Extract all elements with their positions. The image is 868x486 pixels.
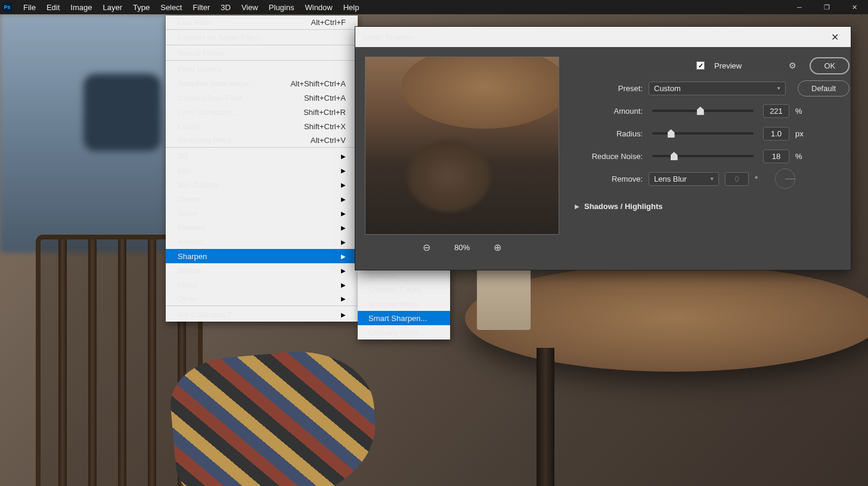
- menu-plugins[interactable]: Plugins: [264, 1, 300, 14]
- shadows-highlights-expand[interactable]: ▶ Shadows / Highlights: [575, 202, 850, 211]
- radius-slider[interactable]: [652, 132, 754, 135]
- maximize-button[interactable]: ❐: [813, 0, 841, 14]
- amount-label: Amount:: [571, 107, 643, 116]
- menu-convert-smart[interactable]: Convert for Smart Filters: [166, 31, 358, 45]
- menu-image[interactable]: Image: [65, 1, 97, 14]
- bg-scarf: [167, 345, 382, 486]
- menu-view[interactable]: View: [236, 1, 264, 14]
- radius-label: Radius:: [571, 129, 643, 138]
- submenu-unsharp-mask[interactable]: Unsharp Mask...: [358, 325, 450, 339]
- minimize-button[interactable]: ─: [786, 0, 813, 14]
- bg-table-leg: [537, 348, 554, 486]
- preview-image[interactable]: [365, 57, 559, 235]
- menu-cat-blur-gallery[interactable]: Blur Gallery▶: [166, 177, 358, 192]
- menu-cat-noise[interactable]: Noise▶: [166, 206, 358, 220]
- amount-input[interactable]: 221: [763, 104, 789, 118]
- gear-icon[interactable]: ⚙: [789, 61, 796, 70]
- menu-layer[interactable]: Layer: [98, 1, 128, 14]
- smart-sharpen-dialog: Smart Sharpen ✕ ⊖ 80% ⊕ ✓ Preview ⚙ OK: [355, 26, 851, 270]
- menu-help[interactable]: Help: [338, 1, 365, 14]
- remove-label: Remove:: [571, 175, 643, 183]
- noise-input[interactable]: 18: [763, 149, 789, 163]
- menu-lens-correction[interactable]: Lens Correction...Shift+Ctrl+R: [166, 105, 358, 119]
- submenu-sharpen-more[interactable]: Sharpen More: [358, 297, 450, 311]
- noise-label: Reduce Noise:: [571, 152, 643, 161]
- menu-adaptive-wide-angle[interactable]: Adaptive Wide Angle...Alt+Shift+Ctrl+A: [166, 76, 358, 91]
- preview-label: Preview: [714, 61, 742, 70]
- menu-window[interactable]: Window: [299, 1, 337, 14]
- sharpen-submenu: Sharpen Sharpen Edges Sharpen More Smart…: [358, 268, 450, 339]
- preview-pane: ⊖ 80% ⊕: [365, 57, 559, 260]
- amount-slider[interactable]: [652, 110, 754, 112]
- menubar: Ps File Edit Image Layer Type Select Fil…: [0, 0, 868, 14]
- submenu-sharpen-edges[interactable]: Sharpen Edges: [358, 282, 450, 297]
- menu-cat-3d[interactable]: 3D▶: [166, 149, 358, 163]
- noise-slider[interactable]: [652, 155, 754, 157]
- angle-input: 0: [725, 172, 749, 186]
- angle-unit: °: [755, 175, 769, 183]
- angle-dial[interactable]: [775, 169, 795, 189]
- menu-camera-raw[interactable]: Camera Raw Filter...Shift+Ctrl+A: [166, 91, 358, 105]
- dialog-titlebar: Smart Sharpen ✕: [355, 27, 851, 47]
- submenu-smart-sharpen[interactable]: Smart Sharpen...: [358, 311, 450, 325]
- noise-unit: %: [795, 152, 810, 161]
- filter-dropdown: Last FilterAlt+Ctrl+F Convert for Smart …: [166, 15, 358, 322]
- radius-input[interactable]: 1.0: [763, 127, 789, 141]
- preset-select[interactable]: Custom▾: [649, 82, 786, 95]
- menu-cat-video[interactable]: Video▶: [166, 278, 358, 292]
- default-button[interactable]: Default: [798, 80, 850, 96]
- menu-liquify[interactable]: Liquify...Shift+Ctrl+X: [166, 119, 358, 133]
- dialog-title: Smart Sharpen: [362, 33, 414, 42]
- amount-unit: %: [795, 107, 810, 116]
- preset-label: Preset:: [571, 84, 643, 93]
- zoom-in-icon[interactable]: ⊕: [494, 242, 501, 253]
- window-controls: ─ ❐ ✕: [786, 0, 868, 14]
- controls-pane: ✓ Preview ⚙ OK Preset: Custom▾ Default A…: [571, 57, 850, 260]
- remove-select[interactable]: Lens Blur▾: [649, 172, 719, 186]
- radius-unit: px: [795, 129, 810, 138]
- menu-filter[interactable]: Filter: [187, 1, 215, 14]
- menu-edit[interactable]: Edit: [41, 1, 65, 14]
- preview-checkbox[interactable]: ✓: [696, 61, 705, 70]
- menu-filter-gallery[interactable]: Filter Gallery...: [166, 62, 358, 76]
- menu-cat-pixelate[interactable]: Pixelate▶: [166, 220, 358, 235]
- zoom-out-icon[interactable]: ⊖: [423, 242, 430, 253]
- menu-select[interactable]: Select: [155, 1, 187, 14]
- ok-button[interactable]: OK: [810, 57, 850, 74]
- close-window-button[interactable]: ✕: [841, 0, 868, 14]
- menu-cat-render[interactable]: Render▶: [166, 235, 358, 249]
- menu-cat-sharpen[interactable]: Sharpen▶: [166, 249, 358, 263]
- menu-type[interactable]: Type: [128, 1, 155, 14]
- menu-cat-blur[interactable]: Blur▶: [166, 163, 358, 177]
- menu-neural-filters[interactable]: Neural Filters...: [166, 46, 358, 61]
- menu-file[interactable]: File: [18, 1, 41, 14]
- bg-car: [83, 74, 161, 151]
- chevron-right-icon: ▶: [575, 203, 579, 210]
- menu-cat-other[interactable]: Other▶: [166, 292, 358, 306]
- menu-cat-distort[interactable]: Distort▶: [166, 192, 358, 206]
- menu-cat-stylize[interactable]: Stylize▶: [166, 263, 358, 278]
- menu-3d[interactable]: 3D: [215, 1, 236, 14]
- zoom-level: 80%: [454, 243, 470, 252]
- dialog-close-button[interactable]: ✕: [826, 29, 844, 45]
- menu-nik-collection[interactable]: Nik Collection 7▶: [166, 307, 358, 322]
- app-icon: Ps: [2, 2, 12, 12]
- menu-last-filter[interactable]: Last FilterAlt+Ctrl+F: [166, 15, 358, 30]
- menu-vanishing-point[interactable]: Vanishing Point...Alt+Ctrl+V: [166, 133, 358, 148]
